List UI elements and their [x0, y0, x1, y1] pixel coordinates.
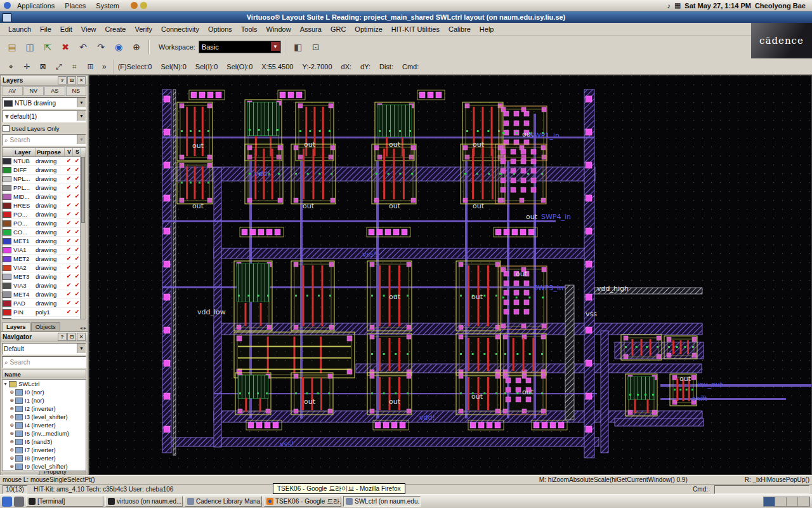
- menu-calibre[interactable]: Calibre: [444, 24, 475, 34]
- window-list-icon[interactable]: [14, 497, 24, 507]
- export-icon[interactable]: ⇱: [39, 39, 56, 55]
- layer-row[interactable]: MET3drawing✔✔: [3, 272, 86, 281]
- layer-row[interactable]: VIA2drawing✔✔: [3, 264, 86, 272]
- menu-verify[interactable]: Verify: [130, 24, 157, 34]
- menu-tools[interactable]: Tools: [237, 24, 262, 34]
- cmd-input[interactable]: [714, 485, 809, 494]
- layer-row[interactable]: VIA1drawing✔✔: [3, 246, 86, 255]
- validity-nv[interactable]: NV: [23, 86, 44, 96]
- layer-visible-check[interactable]: ✔: [65, 210, 73, 218]
- layer-row[interactable]: PADdrawing✔✔: [3, 299, 86, 308]
- task-button[interactable]: Cadence Library Mana...: [185, 496, 262, 507]
- pan-icon[interactable]: ✛: [20, 59, 34, 74]
- layer-visible-check[interactable]: ✔: [65, 308, 73, 316]
- layer-row[interactable]: VIA3drawing✔✔: [3, 281, 86, 290]
- open-icon[interactable]: ▤: [4, 39, 20, 55]
- layer-visible-check[interactable]: ✔: [65, 255, 73, 263]
- menu-edit[interactable]: Edit: [56, 24, 77, 34]
- expander-plus-icon[interactable]: ⊕: [9, 388, 15, 396]
- tree-item[interactable]: ⊕I3 (level_shifter): [3, 413, 86, 421]
- tab-layers[interactable]: Layers: [2, 322, 30, 331]
- task-button[interactable]: TSEK06 - Google 드라...: [264, 496, 341, 507]
- layer-visible-check[interactable]: ✔: [65, 299, 73, 307]
- close-icon[interactable]: ✕: [77, 76, 86, 84]
- menu-view[interactable]: View: [77, 24, 101, 34]
- navigator-view-combo[interactable]: Default ▼: [2, 343, 86, 355]
- layer-row[interactable]: PPL...drawing✔✔: [3, 184, 86, 192]
- validity-ns[interactable]: NS: [66, 86, 87, 96]
- tree-item[interactable]: ⊕I2 (inverter): [3, 404, 86, 413]
- expander-plus-icon[interactable]: ⊕: [9, 421, 15, 429]
- expander-plus-icon[interactable]: ⊕: [9, 446, 15, 454]
- layer-visible-check[interactable]: ✔: [65, 246, 73, 254]
- menu-optimize[interactable]: Optimize: [350, 24, 386, 34]
- window-titlebar[interactable]: Virtuoso® Layout Suite L Reading: projec…: [0, 11, 812, 23]
- menu-options[interactable]: Options: [204, 24, 237, 34]
- workspace-3[interactable]: [787, 497, 798, 506]
- tree-item[interactable]: ⊕I7 (inverter): [3, 446, 86, 454]
- tab-scroll-icons[interactable]: ◂ ▸: [80, 325, 86, 331]
- menu-grc[interactable]: GRC: [326, 24, 350, 34]
- tree-item[interactable]: ⊕I4 (inverter): [3, 421, 86, 429]
- instance-icon[interactable]: ⊞: [83, 59, 98, 74]
- user-menu[interactable]: Cheolyong Bae: [755, 2, 808, 10]
- column-name[interactable]: Name: [4, 370, 21, 378]
- toolbar-overflow-icon[interactable]: »: [102, 62, 107, 71]
- tree-item[interactable]: ⊕I9 (level_shifter): [3, 462, 86, 471]
- select-icon[interactable]: ⌖: [4, 59, 18, 74]
- column-layer[interactable]: Layer: [13, 148, 36, 156]
- column-v[interactable]: V: [65, 148, 73, 156]
- browser-launcher-icon[interactable]: [131, 2, 138, 9]
- layer-row[interactable]: MET1drawing✔✔: [3, 237, 86, 246]
- layer-visible-check[interactable]: ✔: [65, 184, 73, 192]
- layer-row[interactable]: PO...drawing✔✔: [3, 219, 86, 228]
- layer-visible-check[interactable]: ✔: [65, 272, 73, 281]
- layer-visible-check[interactable]: ✔: [65, 290, 73, 298]
- layer-visible-check[interactable]: ✔: [65, 192, 73, 201]
- layer-row[interactable]: DIFFdrawing✔✔: [3, 166, 86, 175]
- workspace-2[interactable]: [775, 497, 787, 506]
- float-icon[interactable]: ⊡: [67, 333, 76, 341]
- task-button[interactable]: SWLctrl (on naum.edu...: [343, 496, 421, 507]
- menu-help[interactable]: Help: [475, 24, 499, 34]
- workspace-pager[interactable]: [763, 497, 810, 507]
- menu-create[interactable]: Create: [100, 24, 130, 34]
- layer-filter-combo[interactable]: ▼ default(1) ▼: [2, 110, 86, 123]
- layer-visible-check[interactable]: ✔: [65, 166, 73, 174]
- layer-visible-check[interactable]: ✔: [65, 219, 73, 227]
- undo-icon[interactable]: ↶: [75, 39, 91, 55]
- layer-search-input[interactable]: ⌕ Search ▼: [2, 134, 86, 146]
- chevron-down-icon[interactable]: ▼: [271, 42, 280, 51]
- menu-hit-kit-utilities[interactable]: HIT-KIT Utilities: [387, 24, 444, 34]
- chevron-down-icon[interactable]: ▼: [77, 344, 86, 353]
- tree-item[interactable]: ⊕I0 (nor): [3, 388, 86, 396]
- menu-file[interactable]: File: [36, 24, 56, 34]
- redo-icon[interactable]: ↷: [93, 39, 109, 55]
- save-icon[interactable]: ◫: [22, 39, 38, 55]
- layer-visible-check[interactable]: ✔: [65, 201, 73, 210]
- help-icon[interactable]: ?: [58, 333, 67, 341]
- layout-canvas[interactable]: outoutoutoutoutSWP1_inoutoutoutoutoutSWP…: [89, 75, 812, 475]
- layer-visible-check[interactable]: ✔: [65, 281, 73, 290]
- ruler-icon[interactable]: ⌗: [67, 59, 82, 74]
- tile-windows-icon[interactable]: ◧: [290, 39, 306, 55]
- zoom-in-icon[interactable]: ⊕: [128, 39, 145, 55]
- task-button[interactable]: virtuoso (on naum.ed...: [105, 496, 183, 507]
- package-launcher-icon[interactable]: [140, 2, 147, 9]
- chevron-down-icon[interactable]: ▼: [77, 135, 86, 144]
- clock[interactable]: Sat May 27, 1:14 PM: [684, 2, 751, 10]
- info-icon[interactable]: ◉: [110, 39, 127, 55]
- system-menu[interactable]: System: [92, 1, 123, 11]
- expander-plus-icon[interactable]: ⊕: [9, 396, 15, 404]
- tree-item[interactable]: ⊕I5 (inv...medium): [3, 429, 86, 438]
- volume-icon[interactable]: ♪: [667, 2, 671, 10]
- expander-plus-icon[interactable]: ⊕: [9, 438, 15, 446]
- layer-row[interactable]: PINpoly1✔✔: [3, 308, 86, 317]
- layer-row[interactable]: MET4drawing✔✔: [3, 290, 86, 299]
- layer-visible-check[interactable]: ✔: [65, 237, 73, 245]
- column-s[interactable]: S: [73, 148, 81, 156]
- tree-item[interactable]: ⊕I6 (nand3): [3, 438, 86, 446]
- navigator-search-input[interactable]: ⌕ Search: [2, 356, 86, 368]
- chevron-down-icon[interactable]: ▼: [77, 98, 86, 107]
- expander-plus-icon[interactable]: ⊕: [9, 404, 15, 413]
